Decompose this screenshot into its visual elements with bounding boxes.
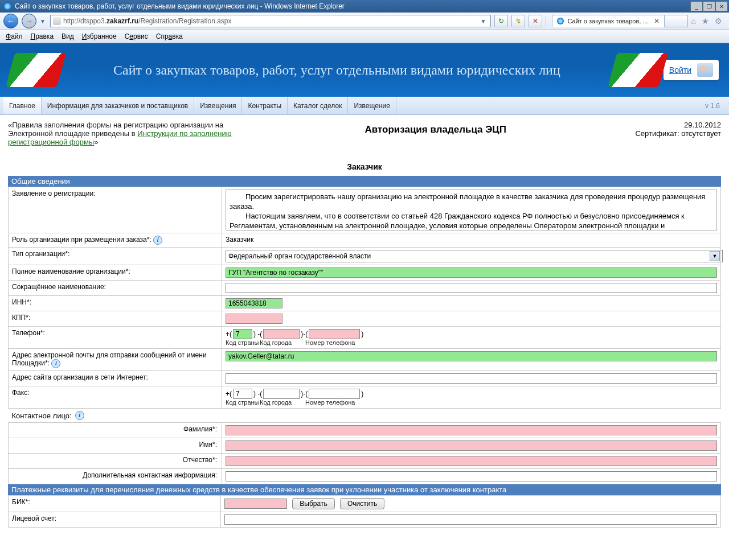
browser-tab[interactable]: Сайт о закупках товаров, ... ✕ [552,15,664,27]
new-tab-button[interactable] [665,15,688,27]
fax-country-input[interactable] [233,389,252,399]
lbl-role: Роль организации при размещении заказа*: [12,236,151,244]
lbl-lastname: Фамилия*: [9,423,222,438]
site-input[interactable] [226,373,717,384]
main-nav: Главное Информация для заказчиков и пост… [0,97,729,115]
fullname-input[interactable] [226,267,717,278]
addinfo-input[interactable] [226,471,717,481]
account-input[interactable] [224,514,717,525]
nav-notices[interactable]: Извещения [194,97,242,114]
lbl-shortname: Сокращённое наименование: [9,281,222,296]
lbl-phone: Телефон*: [9,327,222,349]
nav-contracts[interactable]: Контракты [242,97,288,114]
back-button[interactable]: ← [3,14,18,28]
bik-clear-button[interactable]: Очистить [340,498,384,509]
lbl-type: Тип организации*: [9,248,222,265]
browser-menubar: Файл Правка Вид Избранное Сервис Справка [0,30,729,43]
close-tab-icon[interactable]: ✕ [654,17,660,25]
lbl-bik: БИК*: [9,496,221,512]
lbl-contact: Контактное лицо: [12,411,72,420]
minimize-button[interactable]: _ [690,1,703,11]
refresh-button[interactable]: ↻ [494,15,508,27]
lbl-addinfo: Дополнительная контактная информация: [9,469,222,484]
site-title: Сайт о закупках товаров, работ, услуг от… [62,63,612,78]
cert-label: Сертификат: отсутствует [635,129,721,138]
address-bar[interactable]: http://dtsppo3.zakazrf.ru/Registration/R… [50,15,491,27]
phone-city-input[interactable] [263,329,300,339]
shortname-input[interactable] [226,283,717,293]
phone-country-input[interactable] [233,329,252,339]
site-banner: Сайт о закупках товаров, работ, услуг от… [0,43,729,97]
firstname-input[interactable] [226,440,717,451]
login-link[interactable]: Войти [669,65,691,75]
ie-icon [3,2,11,10]
forward-button: → [22,14,36,28]
page-icon [53,17,61,25]
phone-number-input[interactable] [309,329,360,339]
registration-textarea[interactable]: Просим зарегистрировать нашу организацию… [226,190,717,230]
date-label: 29.10.2012 [635,121,721,129]
compat-button[interactable]: ↯ [511,15,525,27]
lbl-patronymic: Отчество*: [9,454,222,469]
lbl-inn: ИНН*: [9,296,222,311]
tools-icon[interactable]: ⚙ [715,17,722,26]
history-dropdown-icon[interactable]: ▼ [40,18,47,24]
bik-input[interactable] [224,499,287,509]
info-icon[interactable]: i [75,411,84,420]
address-dropdown-icon[interactable]: ▼ [481,18,486,24]
bik-select-button[interactable]: Выбрать [292,498,334,509]
lbl-registration-statement: Заявление о регистрации: [9,187,222,233]
tab-favicon-icon [557,18,564,24]
nav-catalog[interactable]: Каталог сделок [288,97,348,114]
favorites-icon[interactable]: ★ [702,17,709,26]
lbl-fullname: Полное наименование организации*: [9,265,222,281]
menu-favorites[interactable]: Избранное [82,32,117,40]
sub-header: Заказчик [8,162,721,171]
lbl-kpp: КПП*: [9,311,222,327]
lbl-fax: Факс: [9,386,222,409]
window-titlebar: Сайт о закупках товаров, работ, услуг от… [0,0,729,13]
page-title: Авторизация владельца ЭЦП [236,121,635,135]
nav-info[interactable]: Информация для заказчиков и поставщиков [42,97,194,114]
login-box: Войти [664,60,719,80]
inn-input[interactable] [226,298,282,308]
menu-tools[interactable]: Сервис [125,32,148,40]
nav-main[interactable]: Главное [3,97,42,114]
lbl-account: Лицевой счет: [9,512,221,528]
stop-button[interactable]: ✕ [529,15,542,27]
section-payment: Платежные реквизиты для перечисления ден… [8,484,721,495]
browser-toolbar: ← → ▼ http://dtsppo3.zakazrf.ru/Registra… [0,13,729,30]
fax-city-input[interactable] [263,389,300,399]
lbl-email: Адрес электронной почты для отправки соо… [12,351,207,367]
tab-title: Сайт о закупках товаров, ... [567,18,648,24]
email-input[interactable] [226,351,717,361]
menu-edit[interactable]: Правка [31,32,54,40]
close-button[interactable]: ✕ [715,1,728,11]
org-type-select[interactable]: Федеральный орган государственной власти… [226,250,723,262]
patronymic-input[interactable] [226,456,717,466]
role-value: Заказчик [222,233,721,248]
menu-help[interactable]: Справка [156,32,183,40]
nav-notice[interactable]: Извещение [348,97,396,114]
menu-file[interactable]: Файл [6,32,23,40]
info-icon[interactable]: i [51,359,60,368]
home-icon[interactable]: ⌂ [691,17,696,26]
avatar-icon [697,63,713,77]
lbl-firstname: Имя*: [9,438,222,454]
section-general: Общие сведения [8,176,721,187]
instructions-note: «Правила заполнения формы на регистрацию… [8,121,236,146]
info-icon[interactable]: i [153,236,162,245]
window-title: Сайт о закупках товаров, работ, услуг от… [15,2,345,10]
chevron-down-icon: ▼ [710,251,720,261]
kpp-input[interactable] [226,314,282,324]
fax-number-input[interactable] [309,389,360,399]
restore-button[interactable]: ❐ [703,1,715,11]
version-label: v 1.6 [705,102,726,110]
lastname-input[interactable] [226,425,717,435]
flag-left-icon [10,53,62,87]
lbl-site: Адрес сайта организации в сети Интернет: [9,371,222,386]
menu-view[interactable]: Вид [62,32,74,40]
flag-right-icon [612,53,664,87]
